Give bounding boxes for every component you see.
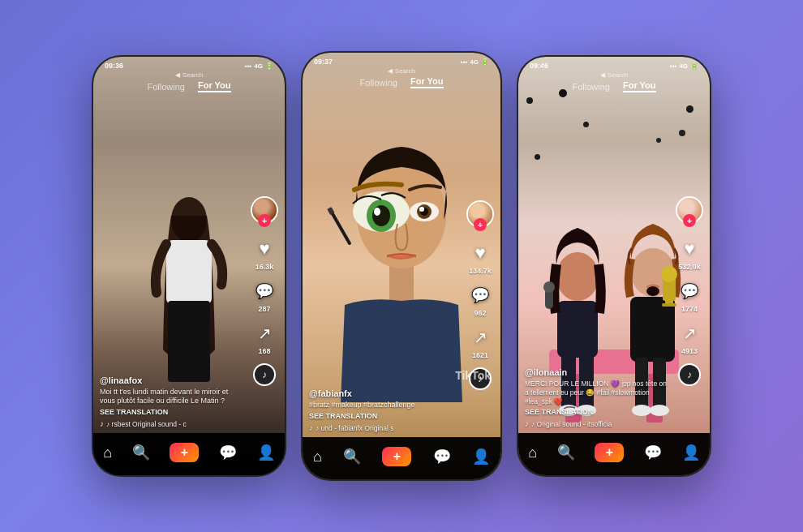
tiktok-nav-3: ◀ Search Following For You: [518, 71, 710, 92]
avatar-wrapper-1[interactable]: +: [251, 196, 278, 224]
search-label-1[interactable]: Search: [182, 71, 203, 79]
see-translation-2[interactable]: SEE TRANSLATION: [309, 412, 460, 420]
share-icon-1[interactable]: ↗: [252, 321, 277, 345]
for-you-tab-3[interactable]: For You: [623, 80, 656, 92]
svg-rect-18: [557, 301, 598, 358]
signal-2: ▪▪▪: [461, 58, 468, 66]
messages-icon-3[interactable]: 💬: [644, 444, 662, 461]
messages-btn-1[interactable]: 💬: [219, 444, 237, 461]
comment-count-2: 962: [474, 309, 486, 317]
like-action-2[interactable]: ♥ 134.7k: [468, 241, 492, 275]
music-info-1: ♪ ♪ rsbest Original sound - c: [100, 419, 244, 428]
search-icon-2[interactable]: 🔍: [343, 448, 361, 466]
svg-rect-1: [166, 240, 212, 305]
comment-icon-1[interactable]: 💬: [252, 279, 277, 303]
music-text-1: ♪ rsbest Original sound - c: [106, 420, 187, 428]
like-count-1: 16.3k: [256, 263, 274, 271]
phone-1: 09:36 ▪▪▪ 4G 🔋 ◀ Search Following For Yo…: [92, 55, 286, 477]
caption-3: MERCI POUR LE MILLION 💜 jpp nos tête on …: [525, 380, 669, 406]
home-icon-1[interactable]: ⌂: [103, 444, 112, 461]
avatar-wrapper-2[interactable]: +: [466, 200, 494, 228]
create-btn-1[interactable]: +: [170, 443, 199, 462]
heart-icon-2[interactable]: ♥: [468, 241, 492, 265]
messages-btn-3[interactable]: 💬: [644, 444, 662, 461]
share-count-2: 1621: [472, 351, 488, 359]
home-btn-3[interactable]: ⌂: [528, 444, 537, 461]
share-count-3: 4913: [681, 347, 698, 355]
time-3: 09:46: [530, 62, 548, 70]
time-2: 09:37: [314, 58, 333, 66]
for-you-tab-2[interactable]: For You: [410, 76, 444, 88]
following-tab-3[interactable]: Following: [572, 82, 609, 92]
share-action-2[interactable]: ↗ 1621: [468, 325, 492, 359]
music-text-3: ♪ Original sound - itsofficia: [531, 420, 612, 428]
see-translation-3[interactable]: SEE TRANSLATION: [525, 408, 669, 416]
avatar-wrapper-3[interactable]: +: [676, 196, 703, 224]
profile-icon-1[interactable]: 👤: [257, 444, 275, 461]
profile-btn-1[interactable]: 👤: [257, 444, 275, 461]
username-3[interactable]: @ilonaain: [525, 367, 669, 377]
music-info-3: ♪ ♪ Original sound - itsofficia: [525, 419, 669, 428]
music-text-2: ♪ und - fabianfx Original s: [316, 424, 393, 432]
home-btn-2[interactable]: ⌂: [313, 448, 322, 466]
svg-rect-3: [389, 264, 414, 305]
comment-icon-3[interactable]: 💬: [677, 279, 702, 303]
comment-action-3[interactable]: 💬 1774: [677, 279, 702, 313]
like-action-1[interactable]: ♥ 16.3k: [252, 237, 277, 271]
following-tab-2[interactable]: Following: [359, 78, 397, 88]
heart-icon-1[interactable]: ♥: [252, 237, 277, 261]
share-action-1[interactable]: ↗ 168: [252, 321, 277, 355]
comment-action-1[interactable]: 💬 287: [252, 279, 277, 313]
messages-btn-2[interactable]: 💬: [433, 448, 451, 466]
search-icon-1[interactable]: 🔍: [132, 444, 150, 461]
home-icon-3[interactable]: ⌂: [528, 444, 537, 461]
svg-point-32: [661, 266, 677, 282]
home-icon-2[interactable]: ⌂: [313, 448, 322, 466]
messages-icon-1[interactable]: 💬: [219, 444, 237, 461]
for-you-tab-1[interactable]: For You: [198, 80, 231, 92]
comment-action-2[interactable]: 💬 962: [468, 283, 492, 317]
share-icon-3[interactable]: ↗: [677, 321, 702, 345]
home-btn-1[interactable]: ⌂: [103, 444, 112, 461]
tiktok-watermark-2: TikTok: [455, 369, 491, 382]
bottom-nav-1: ⌂ 🔍 + 💬 👤: [93, 433, 285, 475]
search-arrow-1: ◀: [175, 71, 180, 79]
network-1: 4G: [254, 62, 263, 70]
share-icon-2[interactable]: ↗: [468, 325, 492, 350]
network-2: 4G: [470, 58, 479, 66]
profile-icon-2[interactable]: 👤: [472, 448, 490, 466]
status-bar-3: 09:46 ▪▪▪ 4G 🔋: [518, 57, 710, 71]
share-action-3[interactable]: ↗ 4913: [677, 321, 702, 355]
profile-btn-2[interactable]: 👤: [472, 448, 490, 466]
battery-1: 🔋: [265, 62, 273, 70]
like-action-3[interactable]: ♥ 532.9k: [677, 237, 702, 271]
username-2[interactable]: @fabianfx: [309, 388, 460, 398]
following-tab-1[interactable]: Following: [147, 82, 184, 92]
search-btn-3[interactable]: 🔍: [557, 444, 575, 461]
create-btn-3[interactable]: +: [595, 443, 624, 462]
messages-icon-2[interactable]: 💬: [433, 448, 451, 466]
follow-plus-2[interactable]: +: [474, 218, 487, 231]
comment-count-3: 1774: [681, 305, 698, 313]
search-btn-2[interactable]: 🔍: [343, 448, 361, 466]
create-btn-2[interactable]: +: [382, 447, 411, 466]
svg-point-7: [372, 205, 390, 226]
svg-point-26: [646, 286, 659, 296]
search-btn-1[interactable]: 🔍: [132, 444, 150, 461]
bottom-nav-3: ⌂ 🔍 + 💬 👤: [518, 433, 710, 475]
profile-icon-3[interactable]: 👤: [682, 444, 700, 461]
confetti-7: [679, 130, 685, 136]
comment-icon-2[interactable]: 💬: [468, 283, 492, 307]
music-disc-3: ♪: [678, 363, 701, 386]
search-label-3[interactable]: Search: [608, 71, 628, 79]
follow-plus-3[interactable]: +: [683, 214, 696, 227]
search-icon-3[interactable]: 🔍: [557, 444, 575, 461]
see-translation-1[interactable]: SEE TRANSLATION: [100, 408, 244, 416]
bottom-info-2: @fabianfx #bratz #makeup #bratzchallenge…: [309, 388, 460, 432]
follow-plus-1[interactable]: +: [258, 214, 271, 227]
search-label-2[interactable]: Search: [395, 67, 415, 75]
heart-icon-3[interactable]: ♥: [677, 237, 702, 261]
username-1[interactable]: @linaafox: [100, 375, 244, 385]
confetti-4: [656, 138, 661, 143]
profile-btn-3[interactable]: 👤: [682, 444, 700, 461]
